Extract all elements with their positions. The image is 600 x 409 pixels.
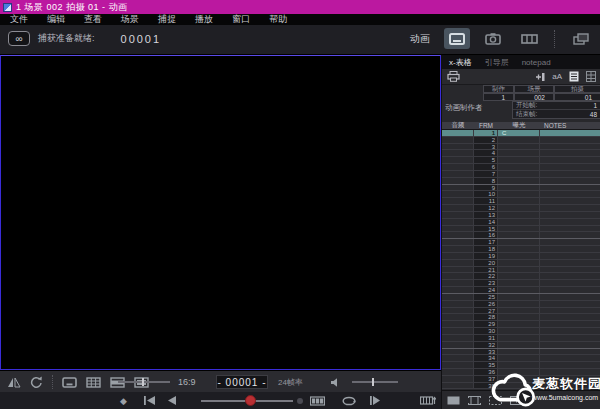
xsheet-row[interactable]: 17	[442, 239, 600, 246]
notes-cell	[540, 321, 600, 327]
exposure-cell	[498, 205, 540, 211]
list-view-icon[interactable]	[569, 71, 579, 82]
exposure-cell	[498, 287, 540, 293]
xsheet-row[interactable]: 1C	[442, 130, 600, 137]
xsheet-row[interactable]: 27	[442, 308, 600, 315]
render-queue-icon[interactable]	[420, 395, 436, 406]
exposure-cell	[498, 232, 540, 238]
xsheet-row[interactable]: 24	[442, 287, 600, 294]
grid-view-icon[interactable]	[586, 71, 596, 82]
animation-workspace-button[interactable]	[444, 28, 470, 49]
print-icon[interactable]	[447, 71, 460, 82]
xsheet-row[interactable]: 22	[442, 273, 600, 280]
fill-frame-icon[interactable]	[447, 396, 460, 405]
exposure-cell	[498, 171, 540, 177]
audio-cell	[442, 144, 474, 150]
loop-icon[interactable]	[342, 396, 356, 406]
xsheet-row[interactable]: 26	[442, 301, 600, 308]
frame-number-cell: 29	[474, 321, 498, 327]
tab-2[interactable]: notepad	[522, 58, 551, 67]
xsheet-row[interactable]: 8	[442, 178, 600, 185]
xsheet-row[interactable]: 23	[442, 280, 600, 287]
skip-to-start-icon[interactable]	[143, 395, 156, 406]
opacity-slider[interactable]	[118, 381, 170, 383]
xsheet-row[interactable]: 15	[442, 226, 600, 233]
xsheet-row[interactable]: 11	[442, 198, 600, 205]
xsheet-row[interactable]: 19	[442, 253, 600, 260]
production-header-1: 场景	[514, 85, 554, 93]
audio-cell	[442, 273, 474, 279]
playhead-handle[interactable]	[245, 395, 256, 406]
frame-number-cell: 19	[474, 253, 498, 259]
app-icon	[3, 3, 12, 12]
xsheet-row[interactable]: 20	[442, 260, 600, 267]
xsheet-row[interactable]: 3	[442, 144, 600, 151]
audio-cell	[442, 294, 474, 300]
play-icon[interactable]	[369, 395, 381, 406]
tab-0[interactable]: x-表格	[449, 57, 472, 68]
xsheet-row[interactable]: 13	[442, 212, 600, 219]
xsheet-row[interactable]: 32	[442, 342, 600, 349]
xsheet-row[interactable]: 25	[442, 294, 600, 301]
volume-slider[interactable]	[352, 381, 398, 383]
xsheet-row[interactable]: 18	[442, 246, 600, 253]
xsheet-row[interactable]: 33	[442, 349, 600, 356]
grid-overlay-icon[interactable]	[86, 377, 101, 388]
cinematography-workspace-button[interactable]	[480, 28, 506, 49]
end-frame-label: 结束帧:	[516, 110, 537, 119]
framerate-value[interactable]: 24帧率	[278, 377, 303, 388]
notes-cell	[540, 219, 600, 225]
notes-cell	[540, 301, 600, 307]
timeline-end-dot	[297, 398, 303, 404]
production-value-2[interactable]: 01	[554, 93, 600, 101]
xsheet-row[interactable]: 4	[442, 150, 600, 157]
aspect-ratio-value[interactable]: 16:9	[178, 377, 196, 387]
production-value-0[interactable]: 1	[483, 93, 514, 101]
xsheet-row[interactable]: 12	[442, 205, 600, 212]
add-note-icon[interactable]	[533, 72, 545, 82]
xsheet-row[interactable]: 7	[442, 171, 600, 178]
camera-viewport[interactable]	[0, 55, 441, 370]
exposure-cell	[498, 321, 540, 327]
exposure-cell	[498, 150, 540, 156]
flip-horizontal-icon[interactable]	[7, 377, 21, 388]
xsheet-row[interactable]: 29	[442, 321, 600, 328]
xsheet-row[interactable]: 10	[442, 191, 600, 198]
frame-number-cell: 20	[474, 260, 498, 266]
xsheet-row[interactable]: 30	[442, 328, 600, 335]
production-value-1[interactable]: 002	[514, 93, 554, 101]
xsheet-row[interactable]: 31	[442, 335, 600, 342]
keyframe-icon[interactable]: ◆	[120, 396, 127, 406]
xsheet-row[interactable]: 2	[442, 137, 600, 144]
editing-workspace-button[interactable]	[516, 28, 542, 49]
end-frame-value[interactable]: 48	[590, 111, 597, 118]
xsheet-row[interactable]: 5	[442, 157, 600, 164]
rotate-view-icon[interactable]	[30, 376, 43, 388]
step-back-icon[interactable]	[167, 395, 177, 406]
capture-toggle-icon[interactable]: ∞	[8, 31, 30, 46]
xsheet-row[interactable]: 16	[442, 232, 600, 239]
xsheet-row[interactable]: 34	[442, 355, 600, 362]
film-frames-icon[interactable]	[310, 396, 325, 406]
tab-1[interactable]: 引导层	[485, 57, 509, 68]
start-frame-value[interactable]: 1	[593, 102, 597, 109]
xsheet-workspace-button[interactable]	[568, 28, 594, 49]
frame-number-display[interactable]: - 00001 -	[216, 375, 268, 389]
preview-frame-icon[interactable]	[62, 377, 77, 388]
xsheet-row[interactable]: 14	[442, 219, 600, 226]
notes-cell	[540, 157, 600, 163]
app-window: 1 场景 002 拍摄 01 - 动画 文件编辑查看场景捕捉播放窗口帮助 ∞ 捕…	[0, 0, 600, 409]
frames-stack-icon	[573, 33, 590, 45]
audio-cell	[442, 362, 474, 368]
crop-frame-icon[interactable]	[468, 396, 481, 405]
xsheet-row[interactable]: 28	[442, 314, 600, 321]
speaker-icon[interactable]	[330, 377, 341, 388]
timeline-scrubber[interactable]	[201, 400, 293, 402]
xsheet-row[interactable]: 6	[442, 164, 600, 171]
font-size-icon[interactable]: aA	[552, 72, 562, 81]
frame-number-cell: 22	[474, 273, 498, 279]
xsheet-table: 1C23456789101112131415161718192021222324…	[442, 130, 600, 390]
xsheet-row[interactable]: 21	[442, 267, 600, 274]
xsheet-panel: x-表格引导层notepad aA 制作场景拍摄100201 动画制作者	[441, 55, 600, 409]
xsheet-row[interactable]: 9	[442, 185, 600, 192]
